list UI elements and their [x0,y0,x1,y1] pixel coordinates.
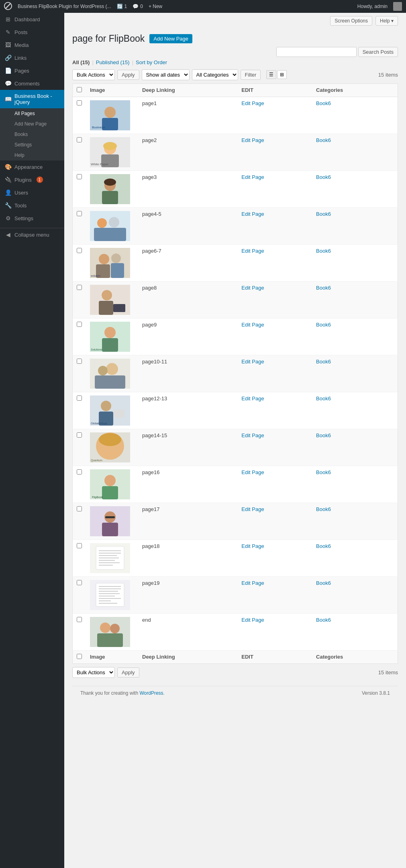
col-edit: EDIT [237,83,312,97]
row-checkbox[interactable] [77,137,82,142]
category-link[interactable]: Book6 [316,506,331,512]
edit-page-link[interactable]: Edit Page [241,543,264,549]
edit-page-link[interactable]: Edit Page [241,211,264,217]
categories-filter-select[interactable]: All Categories [192,69,238,80]
add-new-page-button[interactable]: Add New Page [149,34,192,43]
category-link[interactable]: Book6 [316,174,331,180]
row-checkbox[interactable] [77,543,82,548]
row-checkbox[interactable] [77,174,82,179]
sidebar-item-links[interactable]: 🔗 Links [0,51,64,64]
svg-rect-69 [99,600,111,601]
sidebar-item-posts[interactable]: ✎ Posts [0,26,64,39]
new-content-link[interactable]: + New [149,4,162,9]
category-link[interactable]: Book6 [316,285,331,291]
category-link[interactable]: Book6 [316,469,331,475]
edit-page-link[interactable]: Edit Page [241,248,264,254]
comments-link[interactable]: 💬 0 [133,4,143,9]
edit-page-link[interactable]: Edit Page [241,469,264,475]
bulk-actions-select-bottom[interactable]: Bulk Actions [72,667,115,678]
edit-page-link[interactable]: Edit Page [241,432,264,438]
category-link[interactable]: Book6 [316,432,331,438]
edit-page-link[interactable]: Edit Page [241,580,264,586]
user-avatar[interactable] [393,2,402,11]
wp-version: Version 3.8.1 [362,690,390,696]
screen-options-button[interactable]: Screen Options [330,16,372,26]
sidebar-item-settings[interactable]: ⚙ Settings [0,212,64,225]
edit-page-link[interactable]: Edit Page [241,617,264,623]
submenu-books[interactable]: Books [0,129,64,140]
category-link[interactable]: Book6 [316,395,331,402]
edit-page-link[interactable]: Edit Page [241,137,264,143]
row-image-cell: White Paper [86,134,138,170]
sort-by-order-link[interactable]: Sort by Order [136,59,167,65]
category-link[interactable]: Book6 [316,580,331,586]
sidebar-item-plugins[interactable]: 🔌 Plugins 1 [0,173,64,186]
apply-button-top[interactable]: Apply [117,70,139,80]
row-category-cell: Book6 [312,466,398,503]
apply-button-bottom[interactable]: Apply [117,667,139,677]
row-checkbox[interactable] [77,469,82,475]
grid-view-button[interactable]: ⊞ [277,70,287,79]
edit-page-link[interactable]: Edit Page [241,100,264,106]
edit-page-link[interactable]: Edit Page [241,322,264,328]
sidebar-item-pages[interactable]: 📄 Pages [0,64,64,77]
submenu-add-new-page[interactable]: Add New Page [0,119,64,129]
category-link[interactable]: Book6 [316,137,331,143]
category-link[interactable]: Book6 [316,617,331,623]
row-checkbox[interactable] [77,506,82,511]
site-name[interactable]: Business FlipBook Plugin for WordPress (… [18,4,111,9]
sidebar-item-users[interactable]: 👤 Users [0,186,64,199]
filter-button[interactable]: Filter [241,70,261,80]
sidebar-item-media[interactable]: 🖼 Media [0,39,64,51]
sidebar-item-businessbook[interactable]: 📖 Business Book -jQuery [0,90,64,108]
category-link[interactable]: Book6 [316,322,331,328]
howdy-label[interactable]: Howdy, admin [357,4,388,9]
row-checkbox[interactable] [77,100,82,105]
edit-page-link[interactable]: Edit Page [241,285,264,291]
submenu-all-pages[interactable]: All Pages [0,108,64,119]
edit-page-link[interactable]: Edit Page [241,359,264,365]
category-link[interactable]: Book6 [316,211,331,217]
category-link[interactable]: Book6 [316,100,331,106]
svg-point-19 [111,254,121,263]
sidebar-item-appearance[interactable]: 🎨 Appearance [0,160,64,173]
filter-published-link[interactable]: Published (15) [96,59,130,65]
row-checkbox[interactable] [77,580,82,585]
page-title: page for FlipBook [72,33,145,45]
row-checkbox[interactable] [77,617,82,622]
submenu-help[interactable]: Help [0,150,64,160]
filter-all-link[interactable]: All (15) [72,59,90,65]
row-checkbox[interactable] [77,322,82,327]
row-checkbox[interactable] [77,285,82,290]
select-all-checkbox-top[interactable] [77,87,82,92]
edit-page-link[interactable]: Edit Page [241,174,264,180]
search-posts-button[interactable]: Search Posts [358,47,398,57]
search-input[interactable] [276,47,357,57]
help-button[interactable]: Help ▾ [375,16,398,26]
sidebar-item-dashboard[interactable]: ⊞ Dashboard [0,13,64,26]
list-view-button[interactable]: ☰ [266,70,276,79]
sidebar-item-comments[interactable]: 💬 Comments [0,77,64,90]
bulk-actions-select-top[interactable]: Bulk Actions [72,69,115,80]
edit-page-link[interactable]: Edit Page [241,395,264,402]
submenu-settings[interactable]: Settings [0,140,64,150]
table-row: page17 Edit Page Book6 [73,503,398,539]
select-all-checkbox-bottom[interactable] [77,654,82,659]
row-checkbox[interactable] [77,395,82,401]
category-link[interactable]: Book6 [316,359,331,365]
updates-link[interactable]: 🔄 1 [117,4,127,9]
row-checkbox[interactable] [77,359,82,364]
row-checkbox-cell [73,281,86,318]
category-link[interactable]: Book6 [316,543,331,549]
dates-filter-select[interactable]: Show all dates [142,69,190,80]
collapse-menu-button[interactable]: ◀ Collapse menu [0,228,64,241]
svg-point-14 [97,218,107,228]
row-checkbox[interactable] [77,211,82,216]
edit-page-link[interactable]: Edit Page [241,506,264,512]
category-link[interactable]: Book6 [316,248,331,254]
row-checkbox[interactable] [77,432,82,438]
row-checkbox[interactable] [77,248,82,253]
sidebar-item-tools[interactable]: 🔧 Tools [0,199,64,212]
wp-logo-icon[interactable] [4,2,12,11]
wordpress-link[interactable]: WordPress [139,690,163,696]
